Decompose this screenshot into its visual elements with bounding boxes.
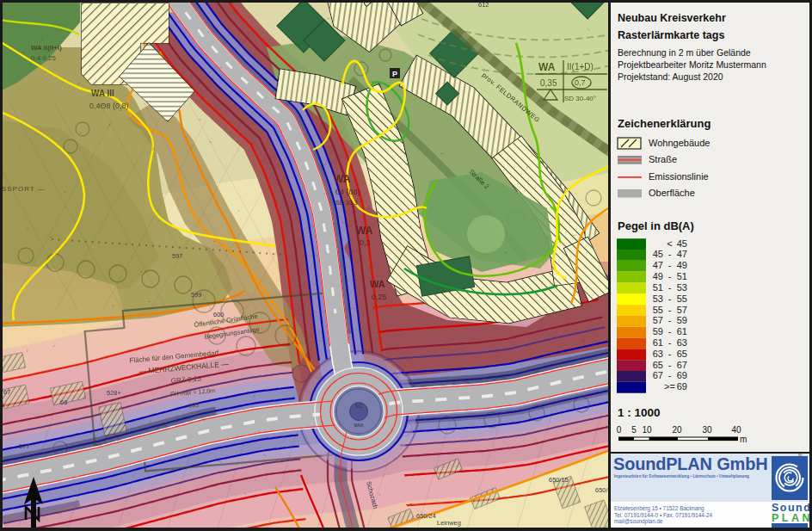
svg-text:WA: WA xyxy=(370,279,385,289)
svg-text:599: 599 xyxy=(191,291,202,299)
svg-text:P: P xyxy=(392,70,397,78)
svg-text:0,25: 0,25 xyxy=(372,293,387,301)
svg-text:SD 30-3: SD 30-3 xyxy=(335,200,358,206)
svg-text:40: 40 xyxy=(731,425,741,435)
svg-text:WA: WA xyxy=(356,225,373,237)
svg-text:m: m xyxy=(740,435,747,444)
svg-text:597: 597 xyxy=(172,252,183,260)
svg-text:20: 20 xyxy=(672,425,682,435)
svg-text:595: 595 xyxy=(188,402,199,409)
svg-text:600: 600 xyxy=(213,311,225,318)
svg-text:650/15: 650/15 xyxy=(549,476,569,484)
svg-text:II(1+D): II(1+D) xyxy=(567,62,594,71)
svg-text:SSPORT —: SSPORT — xyxy=(2,185,46,193)
svg-text:WA: WA xyxy=(538,61,556,73)
svg-text:1C: 1C xyxy=(355,403,363,409)
svg-text:WA: WA xyxy=(334,173,351,185)
svg-text:67: 67 xyxy=(3,388,10,396)
svg-text:0,3: 0,3 xyxy=(360,238,371,247)
svg-text:0,7: 0,7 xyxy=(575,78,586,87)
svg-text:5: 5 xyxy=(631,425,637,435)
svg-text:0: 0 xyxy=(617,425,622,435)
svg-text:0,4 0,25: 0,4 0,25 xyxy=(31,54,56,62)
svg-text:WA II(II+I): WA II(II+I) xyxy=(31,44,62,52)
svg-text:Leinweg: Leinweg xyxy=(437,519,461,527)
svg-text:10: 10 xyxy=(642,425,652,435)
svg-text:WA III: WA III xyxy=(91,89,114,98)
svg-text:650/24: 650/24 xyxy=(416,512,436,520)
svg-text:577: 577 xyxy=(19,442,30,450)
svg-text:MAXI: MAXI xyxy=(354,423,363,428)
svg-text:0,35: 0,35 xyxy=(540,78,557,88)
svg-text:04 (08): 04 (08) xyxy=(335,188,360,196)
svg-text:30: 30 xyxy=(702,425,712,435)
svg-text:SD 30-40°: SD 30-40° xyxy=(564,95,596,102)
svg-text:0,4Θ8 (0,8): 0,4Θ8 (0,8) xyxy=(89,102,129,110)
svg-text:66: 66 xyxy=(60,398,67,406)
svg-text:528+: 528+ xyxy=(107,389,122,397)
